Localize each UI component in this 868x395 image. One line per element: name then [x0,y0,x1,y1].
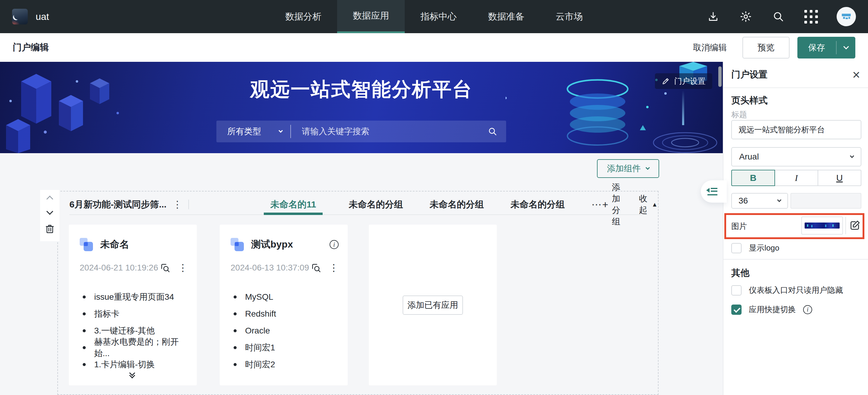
move-down-icon[interactable] [46,208,54,215]
search-icon[interactable] [771,10,785,24]
add-group-label: 添加分组 [612,182,620,227]
portal-edit-toolbar: 门户编辑 取消编辑 预览 保存 [0,33,868,62]
collapse-groups-toggle[interactable]: 收起 ▲ [639,193,658,216]
expand-more-icon[interactable] [128,371,137,379]
plus-icon: + [602,200,608,209]
app-page-item[interactable]: 赫基水电费是的；刚开始... [80,339,188,356]
app-card-title[interactable]: 测试bypx [251,238,322,251]
nav-tab-cloud-market[interactable]: 云市场 [540,0,598,33]
portal-settings-button[interactable]: 门户设置 [655,73,712,89]
banner-left-illustration [0,62,169,153]
card-more-menu-icon[interactable]: ⋮ [178,263,188,272]
app-card[interactable]: 未命名 2024-06-21 10:19:26 ⋮ issue重现专用页面34 … [69,225,197,385]
underline-toggle[interactable]: U [818,170,861,186]
app-icon [230,238,244,251]
app-grid-icon[interactable] [804,10,818,24]
more-tabs-icon[interactable]: ⋯ [591,198,602,210]
show-logo-checkbox[interactable] [731,243,742,253]
chevron-down-icon [646,166,650,170]
chevron-down-icon [777,198,781,202]
add-group-button[interactable]: + 添加分组 [602,182,620,227]
nav-tab-data-apps[interactable]: 数据应用 [337,0,405,33]
topbar-actions [706,7,856,26]
app-page-item[interactable]: 时间宏1 [230,339,339,356]
search-input[interactable] [291,126,488,137]
app-page-list: MySQL Redshift Oracle 时间宏1 时间宏2 [220,289,348,373]
preview-button[interactable]: 预览 [742,37,789,59]
collapse-settings-panel-button[interactable] [701,180,727,203]
show-logo-row: 显示logo [731,243,779,253]
group-tab-label: 未命名的11 [271,198,316,211]
pencil-icon [661,77,670,85]
group-tab[interactable]: 未命名的分组 [349,198,403,211]
gear-icon[interactable] [739,10,753,24]
font-size-value: 36 [739,196,748,206]
empty-app-slot: 添加已有应用 [369,225,497,385]
portal-title-input[interactable] [731,120,861,139]
add-component-label: 添加组件 [607,163,641,174]
app-card-header: 未命名 [69,225,197,251]
group-tab[interactable]: 未命名的分组 [510,198,565,211]
bold-toggle[interactable]: B [731,170,775,186]
active-tab-underline [264,212,323,215]
nav-tab-data-prep[interactable]: 数据准备 [472,0,540,33]
app-page-item[interactable]: Oracle [230,322,339,339]
workspace-logo[interactable] [12,9,28,25]
quick-switch-label: 应用快捷切换 [749,304,796,315]
nav-tab-data-analysis[interactable]: 数据分析 [270,0,337,33]
environment-label: uat [36,11,49,22]
app-page-item[interactable]: Redshift [230,305,339,322]
app-card-title[interactable]: 未命名 [100,238,188,251]
font-color-field[interactable] [790,193,861,209]
quick-switch-checkbox[interactable] [731,304,742,315]
close-icon[interactable]: × [852,70,860,79]
group-tab-bar: 6月新功能-测试同步筛... ⋮ 未命名的11 未命名的分组 未命名的分组 未命… [69,195,647,215]
info-icon[interactable]: i [330,240,339,249]
save-button[interactable]: 保存 [797,37,855,59]
portal-title: 观远一站式智能分析平台 [0,76,723,102]
add-existing-app-button[interactable]: 添加已有应用 [403,296,463,315]
group-tab-active[interactable]: 未命名的11 [264,195,323,215]
search-submit-icon[interactable] [488,126,498,137]
tab-menu-icon[interactable]: ⋮ [173,199,182,210]
chevron-down-icon [850,154,854,158]
user-avatar[interactable] [837,7,856,26]
app-page-item[interactable]: issue重现专用页面34 [80,289,188,305]
info-icon[interactable]: i [803,305,812,314]
delete-component-icon[interactable] [44,223,56,235]
collapse-label: 收起 [639,193,647,216]
save-button-label[interactable]: 保存 [797,37,836,59]
text-style-toggle-group: B I U [731,170,861,186]
download-icon[interactable] [706,10,720,24]
add-component-button[interactable]: 添加组件 [597,159,659,178]
hide-dashboard-entry-row: 仪表板入口对只读用户隐藏 [731,285,843,296]
app-card-timestamp: 2024-06-13 10:37:09 [230,263,311,272]
title-field-label: 标题 [731,109,747,120]
font-family-select[interactable]: Arual [731,147,861,166]
font-size-select[interactable]: 36 [731,193,788,209]
app-card[interactable]: 测试bypx i 2024-06-13 10:37:09 ⋮ MySQL Red… [220,225,348,385]
panel-divider [723,259,868,260]
app-page-item[interactable]: MySQL [230,289,339,305]
move-up-icon[interactable] [46,196,54,203]
cancel-edit-link[interactable]: 取消编辑 [693,42,727,53]
group-tab[interactable]: 未命名的分组 [430,198,484,211]
top-navigation-bar: uat 数据分析 数据应用 指标中心 数据准备 云市场 [0,0,868,33]
hide-dashboard-entry-label: 仪表板入口对只读用户隐藏 [749,285,843,296]
app-page-item[interactable]: 时间宏2 [230,356,339,373]
search-type-dropdown[interactable]: 所有类型 [216,126,290,137]
app-card-meta: 2024-06-13 10:37:09 ⋮ [220,251,348,273]
group-tab-first[interactable]: 6月新功能-测试同步筛... ⋮ [69,198,189,211]
nav-tab-metrics-center[interactable]: 指标中心 [405,0,472,33]
preview-page-icon[interactable] [160,263,170,273]
group-tab-label[interactable]: 6月新功能-测试同步筛... [69,198,166,211]
save-dropdown-caret[interactable] [837,37,855,59]
italic-toggle[interactable]: I [775,170,818,186]
card-more-menu-icon[interactable]: ⋮ [329,263,339,272]
preview-page-icon[interactable] [311,263,321,273]
header-style-section-title: 页头样式 [731,94,768,107]
app-page-item[interactable]: 指标卡 [80,305,188,322]
hide-dashboard-entry-checkbox[interactable] [731,285,742,296]
search-type-value: 所有类型 [227,126,261,137]
page-scrollbar-thumb[interactable] [718,66,722,87]
